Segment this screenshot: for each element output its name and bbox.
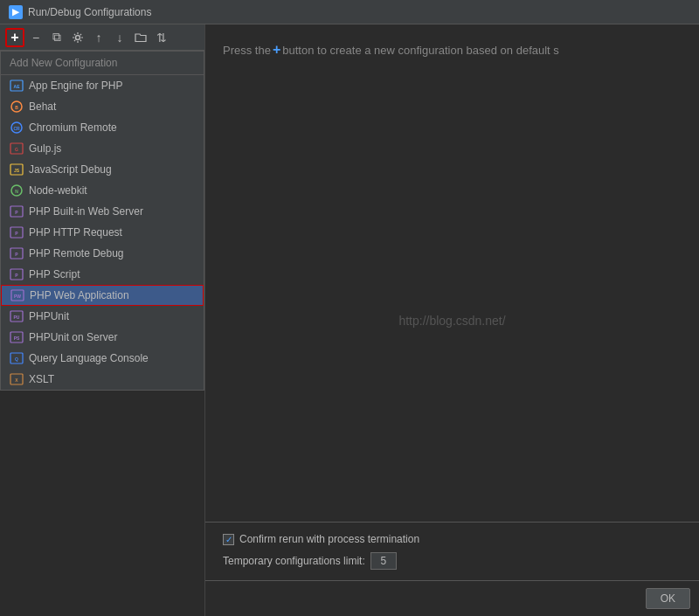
app-engine-label: App Engine for PHP: [29, 80, 122, 92]
svg-text:P: P: [15, 210, 18, 215]
folder-button[interactable]: [131, 28, 150, 47]
dialog-buttons: OK: [205, 580, 699, 616]
php-http-label: PHP HTTP Request: [29, 226, 122, 239]
menu-item-xslt[interactable]: X XSLT: [1, 369, 204, 390]
chromium-remote-icon: CR: [10, 121, 24, 135]
dropdown-header: Add New Configuration: [1, 52, 204, 75]
svg-text:P: P: [15, 273, 18, 278]
php-web-icon: PW: [10, 288, 24, 302]
menu-item-php-web[interactable]: PW PHP Web Application: [1, 285, 204, 306]
watermark: http://blog.csdn.net/: [398, 314, 505, 328]
title-bar: ▶ Run/Debug Configurations: [0, 0, 699, 24]
gulp-icon: G: [10, 142, 24, 156]
phpunit-server-label: PHPUnit on Server: [29, 331, 117, 343]
bottom-bar: ✓ Confirm rerun with process termination…: [205, 522, 699, 580]
svg-text:Q: Q: [15, 356, 18, 362]
menu-item-php-http[interactable]: P PHP HTTP Request: [1, 222, 204, 243]
config-limit-label: Temporary configurations limit:: [223, 555, 365, 567]
php-builtin-icon: P: [10, 204, 24, 218]
menu-item-js-debug[interactable]: JS JavaScript Debug: [1, 159, 204, 180]
query-console-icon: Q: [10, 351, 24, 365]
xslt-icon: X: [10, 372, 24, 386]
svg-text:JS: JS: [14, 168, 20, 173]
svg-text:P: P: [15, 252, 18, 257]
settings-button[interactable]: [68, 28, 87, 47]
app-engine-icon: AE: [10, 79, 24, 93]
confirm-rerun-checkbox[interactable]: ✓: [223, 534, 234, 545]
php-http-icon: P: [10, 225, 24, 239]
behat-icon: B: [10, 100, 24, 114]
chromium-remote-label: Chromium Remote: [29, 121, 117, 134]
node-webkit-icon: N: [10, 183, 24, 197]
toolbar: + − ⧉ ↑ ↓ ⇅: [0, 24, 204, 51]
menu-item-query-console[interactable]: Q Query Language Console: [1, 348, 204, 369]
menu-item-php-remote[interactable]: P PHP Remote Debug: [1, 243, 204, 264]
js-debug-label: JavaScript Debug: [29, 163, 112, 176]
menu-items-container: AE App Engine for PHP B Behat CR Chromiu…: [1, 75, 204, 390]
php-remote-icon: P: [10, 246, 24, 260]
config-limit-row: Temporary configurations limit:: [223, 552, 682, 570]
svg-text:PS: PS: [14, 336, 20, 341]
php-script-label: PHP Script: [29, 268, 80, 280]
php-builtin-label: PHP Built-in Web Server: [29, 205, 143, 218]
gulp-label: Gulp.js: [29, 142, 61, 155]
menu-item-node-webkit[interactable]: N Node-webkit: [1, 180, 204, 201]
dropdown-panel: Add New Configuration AE App Engine for …: [0, 51, 204, 391]
node-webkit-label: Node-webkit: [29, 184, 87, 197]
svg-text:B: B: [15, 105, 18, 110]
query-console-label: Query Language Console: [29, 352, 149, 364]
svg-point-0: [76, 35, 80, 39]
menu-item-chromium-remote[interactable]: CR Chromium Remote: [1, 117, 204, 138]
phpunit-icon: PU: [10, 309, 24, 323]
menu-item-app-engine[interactable]: AE App Engine for PHP: [1, 75, 204, 96]
copy-button[interactable]: ⧉: [47, 28, 66, 47]
move-up-button[interactable]: ↑: [89, 28, 108, 47]
confirm-rerun-row: ✓ Confirm rerun with process termination: [223, 533, 682, 545]
php-web-label: PHP Web Application: [30, 289, 129, 301]
confirm-rerun-text: Confirm rerun with process termination: [239, 533, 419, 545]
main-container: + − ⧉ ↑ ↓ ⇅ Add New Configuration: [0, 24, 699, 616]
svg-text:PW: PW: [14, 294, 21, 299]
add-button[interactable]: +: [5, 28, 24, 47]
press-text-prefix: Press the: [223, 44, 271, 57]
move-down-button[interactable]: ↓: [110, 28, 129, 47]
press-instruction: Press the + button to create a new confi…: [223, 42, 682, 58]
phpunit-label: PHPUnit: [29, 310, 69, 322]
menu-item-phpunit[interactable]: PU PHPUnit: [1, 306, 204, 327]
left-panel: + − ⧉ ↑ ↓ ⇅ Add New Configuration: [0, 24, 205, 616]
confirm-rerun-label[interactable]: ✓ Confirm rerun with process termination: [223, 533, 419, 545]
remove-button[interactable]: −: [26, 28, 45, 47]
press-text-suffix: button to create a new configuration bas…: [282, 44, 559, 57]
svg-text:G: G: [15, 147, 18, 152]
svg-text:PU: PU: [14, 315, 20, 320]
title-bar-icon: ▶: [9, 5, 23, 19]
svg-text:X: X: [15, 377, 18, 383]
svg-text:AE: AE: [14, 84, 21, 89]
sort-button[interactable]: ⇅: [152, 28, 171, 47]
php-remote-label: PHP Remote Debug: [29, 247, 124, 260]
svg-text:N: N: [15, 189, 18, 194]
ok-button[interactable]: OK: [646, 588, 690, 609]
xslt-label: XSLT: [29, 373, 54, 385]
behat-label: Behat: [29, 100, 56, 113]
svg-text:P: P: [15, 231, 18, 236]
svg-text:CR: CR: [13, 126, 20, 131]
menu-item-php-builtin[interactable]: P PHP Built-in Web Server: [1, 201, 204, 222]
right-panel: Press the + button to create a new confi…: [205, 24, 699, 616]
menu-item-php-script[interactable]: P PHP Script: [1, 264, 204, 285]
plus-icon-inline: +: [273, 42, 280, 58]
menu-item-gulp[interactable]: G Gulp.js: [1, 138, 204, 159]
title-bar-text: Run/Debug Configurations: [28, 6, 151, 18]
php-script-icon: P: [10, 267, 24, 281]
right-content: Press the + button to create a new confi…: [205, 24, 699, 522]
phpunit-server-icon: PS: [10, 330, 24, 344]
menu-item-phpunit-server[interactable]: PS PHPUnit on Server: [1, 327, 204, 348]
js-debug-icon: JS: [10, 163, 24, 176]
config-limit-input[interactable]: [370, 552, 397, 570]
menu-item-behat[interactable]: B Behat: [1, 96, 204, 117]
